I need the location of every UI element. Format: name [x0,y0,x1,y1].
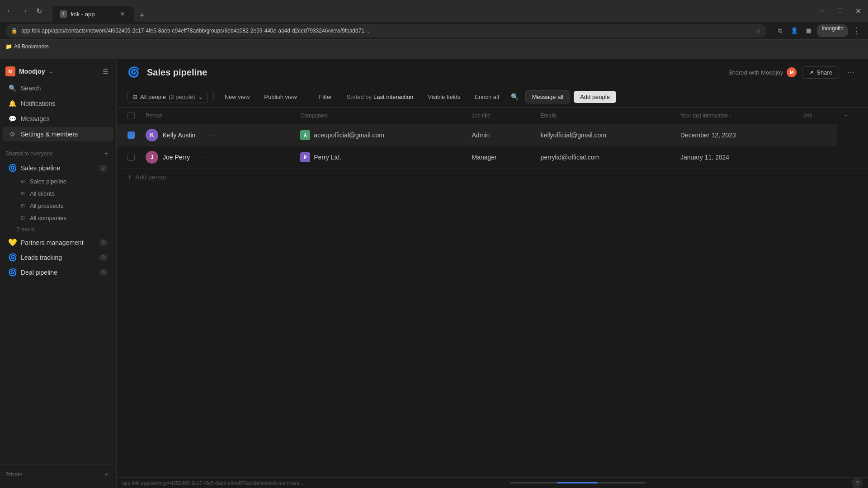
window-controls: ─ □ ✕ [816,5,864,17]
workspace-header[interactable]: M Moodjoy ⌄ ☰ [0,62,116,80]
sidebar-item-settings[interactable]: ⚙ Settings & members [3,127,113,141]
message-icon: 💬 [8,115,16,123]
view-selector[interactable]: ⊞ All people (2 people) ⌄ [127,91,208,103]
leads-emoji: 🌀 [8,253,17,262]
row-2-job-title: Manager [465,146,533,169]
address-bar[interactable]: 🔒 app.folk.app/apps/contacts/network/4f6… [5,24,766,38]
row-1-person: K Kelly Austin ⋯ [146,129,286,141]
private-section: Private + [0,464,116,484]
sort-value: Last interaction [373,94,413,100]
sidebar-item-notifications[interactable]: 🔔 Notifications [3,96,113,111]
add-person-row[interactable]: + Add person [117,169,868,186]
leads-header[interactable]: 🌀 Leads tracking 0 [3,250,113,264]
chevron-down-icon: ⌄ [198,94,203,100]
help-button[interactable]: ? [852,478,863,488]
shared-section-header: Shared to everyone + [0,147,116,160]
maximize-button[interactable]: □ [834,5,846,17]
sub-item-all-clients[interactable]: ⊞ All clients [3,188,113,199]
tab-favicon: f [60,10,67,18]
tab-close-button[interactable]: ✕ [118,10,127,18]
workspace-icon: M [5,66,15,76]
all-bookmarks-button[interactable]: 📁 All Bookmarks [5,43,49,50]
row-1-actions-button[interactable]: ⋯ [203,129,220,141]
publish-view-button[interactable]: Publish view [259,91,302,103]
last-interaction-column-header[interactable]: Your last interaction ↑ [673,108,795,124]
sales-pipeline-header[interactable]: 🌀 Sales pipeline 2 [3,161,113,175]
profile-button[interactable]: 👤 [788,24,801,37]
table-row[interactable]: K Kelly Austin ⋯ A aceupofficial@gmail.c… [117,124,868,146]
new-view-button[interactable]: New view [219,91,255,103]
joe-name: Joe Perry [163,154,190,161]
row-1-person-cell: K Kelly Austin ⋯ [138,124,293,146]
partners-count: 0 [99,239,108,246]
sales-pipeline-group: 🌀 Sales pipeline 2 ⊞ Sales pipeline ⊞ Al… [0,161,116,235]
row-2-person: J Joe Perry ⋯ [146,151,286,164]
row-2-company: P Perry Ltd. [300,152,457,162]
forward-button[interactable]: → [18,5,31,17]
browser-menu-button[interactable]: ⋮ [850,24,863,37]
sub-item-sales-pipeline-label: Sales pipeline [30,178,66,185]
search-icon: 🔍 [8,84,16,92]
add-private-button[interactable]: + [102,470,111,479]
sort-button[interactable]: Sorted by Last interaction [341,91,419,103]
emails-column-header: Emails [533,108,673,124]
visible-fields-button[interactable]: Visible fields [422,91,466,103]
add-column-header[interactable]: + [837,108,868,124]
row-1-last-interaction: December 12, 2023 [673,124,795,146]
partners-name: Partners management [21,239,84,246]
search-button[interactable]: 🔍 [508,90,522,103]
page-title: Sales pipeline [147,67,207,78]
leads-group: 🌀 Leads tracking 0 [0,250,116,264]
browser-nav-buttons: ← → ↻ [4,5,45,17]
back-button[interactable]: ← [4,5,16,17]
view-label: All people [140,94,166,100]
url-text: app.folk.app/apps/contacts/network/4f652… [21,28,752,34]
browser-toolbar: 🔒 app.folk.app/apps/contacts/network/4f6… [0,22,868,40]
page-more-button[interactable]: ⋯ [844,66,857,79]
select-all-checkbox[interactable] [127,112,135,119]
add-people-button[interactable]: Add people [574,91,616,103]
new-tab-button[interactable]: + [136,9,148,22]
row-2-person-cell: J Joe Perry ⋯ [138,146,293,169]
person-column-header: Person [138,108,293,124]
sub-item-sales-pipeline[interactable]: ⊞ Sales pipeline [3,175,113,187]
row-1-company-cell: A aceupofficial@gmail.com [293,124,464,146]
sidebar-toggle-button[interactable]: ☰ [100,66,111,77]
bookmark-star-icon: ☆ [756,28,761,34]
share-button[interactable]: ↗ Share [802,66,839,79]
row-1-checkbox[interactable] [127,131,135,139]
row-1-company: A aceupofficial@gmail.com [300,130,457,140]
sidebar-toggle[interactable]: ▦ [802,24,815,37]
sub-item-all-prospects[interactable]: ⊞ All prospects [3,200,113,211]
sidebar-item-messages[interactable]: 💬 Messages [3,112,113,126]
search-label: Search [21,84,41,92]
extensions-button[interactable]: ⧉ [774,24,786,37]
sub-item-all-prospects-label: All prospects [30,202,63,209]
row-2-checkbox[interactable] [127,154,135,161]
filter-button[interactable]: Filter [314,91,338,103]
partners-header[interactable]: 💛 Partners management 0 [3,235,113,249]
table-row[interactable]: J Joe Perry ⋯ P Perry Ltd. Manager [117,146,868,169]
minimize-button[interactable]: ─ [816,5,828,17]
page-emoji: 🌀 [127,66,140,78]
table-toolbar: ⊞ All people (2 people) ⌄ New view Publi… [117,86,868,108]
add-shared-button[interactable]: + [102,149,111,158]
sidebar-item-search[interactable]: 🔍 Search [3,81,113,95]
sub-item-all-clients-label: All clients [30,190,55,197]
message-all-button[interactable]: Message all [525,90,570,103]
reload-button[interactable]: ↻ [33,5,45,17]
sub-item-all-companies[interactable]: ⊞ All companies [3,212,113,224]
row-2-actions-button[interactable]: ⋯ [198,151,214,164]
table-header-row: Person Companies Job title Emails Your l… [117,108,868,124]
row-2-checkbox-cell [117,146,138,169]
partners-emoji: 💛 [8,238,17,247]
deal-header[interactable]: 🌀 Deal pipeline 0 [3,265,113,279]
partners-group: 💛 Partners management 0 [0,235,116,249]
row-1-job-title: Admin [465,124,533,146]
active-tab[interactable]: f folk - app ✕ [52,6,134,22]
shared-with: Shared with Moodjoy M [728,67,797,77]
more-items-button[interactable]: 2 more [0,224,116,235]
enrich-all-button[interactable]: Enrich all [469,91,504,103]
close-window-button[interactable]: ✕ [852,5,864,17]
workspace-chevron-icon: ⌄ [49,68,53,75]
